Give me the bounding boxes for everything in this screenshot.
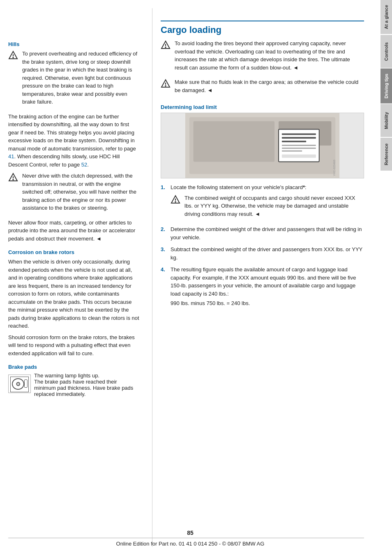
svg-rect-13 <box>282 133 316 135</box>
svg-point-22 <box>175 201 176 202</box>
list-item-1-text: Locate the following statement on your v… <box>171 183 364 192</box>
warning-triangle-icon-4 <box>161 79 172 90</box>
numbered-list: 1. Locate the following statement on you… <box>161 183 364 308</box>
page-link-41[interactable]: 41 <box>8 153 14 160</box>
brake-pads-text1: The warning lamp lights up. <box>34 372 140 379</box>
list-content-3: Subtract the combined weight of the driv… <box>171 245 364 261</box>
page-link-52[interactable]: 52 <box>81 162 87 168</box>
tab-driving-tips[interactable]: Driving tips <box>380 69 392 104</box>
hills-heading: Hills <box>8 41 140 47</box>
svg-rect-19 <box>282 155 316 158</box>
determining-load-limit-heading: Determining load limit <box>161 104 364 110</box>
warning-triangle-icon <box>8 51 20 62</box>
list-item-2: 2. Determine the combined weight of the … <box>161 225 364 241</box>
cargo-heading: Cargo loading <box>161 21 364 35</box>
list-content-1: Locate the following statement on your v… <box>171 183 364 221</box>
tab-controls[interactable]: Controls <box>380 35 392 68</box>
corrosion-heading: Corrosion on brake rotors <box>8 249 140 255</box>
tab-at-a-glance[interactable]: At a glance <box>380 0 392 34</box>
cargo-warning2: Make sure that no fluids leak in the car… <box>175 78 364 94</box>
corrosion-body1: When the vehicle is driven only occasion… <box>8 258 140 330</box>
right-column: Cargo loading To avoid loading the tires… <box>157 8 364 547</box>
svg-rect-18 <box>282 150 302 152</box>
hills-warning-block-2: Never drive with the clutch depressed, w… <box>8 172 140 215</box>
svg-point-5 <box>165 47 166 48</box>
main-content: Hills To prevent overheating and reduced… <box>0 0 380 555</box>
cargo-warning1: To avoid loading the tires beyond their … <box>175 39 364 72</box>
tab-reference[interactable]: Reference <box>380 138 392 171</box>
svg-rect-17 <box>282 148 316 149</box>
hills-warning2: Never drive with the clutch depressed, w… <box>22 172 140 212</box>
list-item-1: 1. Locate the following statement on you… <box>161 183 364 221</box>
load-limit-svg: VVC-023486 <box>161 113 364 178</box>
svg-point-3 <box>13 179 14 180</box>
list-item-1-sub-warning: The combined weight of occupants and car… <box>184 194 364 218</box>
list-item-4-extra: 990 lbs. minus 750 lbs. = 240 lbs. <box>171 299 364 308</box>
list-item-1-warning: The combined weight of occupants and car… <box>171 194 364 218</box>
hills-warning-text: To prevent overheating and reduced effic… <box>22 50 140 106</box>
brake-pad-icon-area: ⚙ The warning lamp lights up. The brake … <box>8 372 140 397</box>
corrosion-body2: Should corrosion form on the brake rotor… <box>8 333 140 358</box>
warning-triangle-icon-3 <box>161 40 172 52</box>
brake-pads-heading: Brake pads <box>8 364 140 370</box>
load-limit-image: VVC-023486 <box>161 113 364 178</box>
svg-rect-16 <box>282 145 316 146</box>
list-item-3-text: Subtract the combined weight of the driv… <box>171 245 364 261</box>
svg-text:VVC-023486: VVC-023486 <box>333 160 336 176</box>
brake-pads-text-block: The warning lamp lights up. The brake pa… <box>34 372 140 397</box>
list-item-3: 3. Subtract the combined weight of the d… <box>161 245 364 261</box>
list-item-4: 4. The resulting figure equals the avail… <box>161 266 364 308</box>
list-content-4: The resulting figure equals the availabl… <box>171 266 364 308</box>
asterisk-1: * <box>303 184 305 190</box>
cargo-warning-block-2: Make sure that no fluids leak in the car… <box>161 78 364 97</box>
sidebar-tabs: At a glance Controls Driving tips Mobili… <box>380 0 392 555</box>
hills-warning-block: To prevent overheating and reduced effic… <box>8 50 140 109</box>
list-num-3: 3. <box>161 245 169 254</box>
svg-point-7 <box>165 86 166 86</box>
list-item-2-text: Determine the combined weight of the dri… <box>171 225 364 241</box>
left-column: Hills To prevent overheating and reduced… <box>8 8 148 547</box>
footer: 85 Online Edition for Part no. 01 41 0 0… <box>0 530 380 547</box>
brake-pad-icon: ⚙ <box>8 375 31 393</box>
svg-rect-15 <box>282 141 306 142</box>
list-item-4-text: The resulting figure equals the availabl… <box>171 266 364 298</box>
column-separator <box>152 8 152 547</box>
hills-body2: Never allow floor mats, carpeting, or ot… <box>8 219 140 243</box>
copyright-text: Online Edition for Part no. 01 41 0 014 … <box>0 541 380 547</box>
tab-mobility[interactable]: Mobility <box>380 104 392 137</box>
list-content-2: Determine the combined weight of the dri… <box>171 225 364 241</box>
svg-rect-14 <box>282 137 316 139</box>
svg-point-1 <box>13 57 14 58</box>
list-num-4: 4. <box>161 266 169 274</box>
cargo-warning-block-1: To avoid loading the tires beyond their … <box>161 39 364 75</box>
page-number: 85 <box>0 530 380 536</box>
warning-triangle-icon-2 <box>8 173 20 184</box>
list-num-2: 2. <box>161 225 169 234</box>
list-num-1: 1. <box>161 183 169 192</box>
warning-triangle-icon-5 <box>171 195 182 206</box>
svg-rect-10 <box>194 121 275 162</box>
brake-pads-text2: The brake pads have reached their minimu… <box>34 379 140 397</box>
hills-body1: The braking action of the engine can be … <box>8 113 140 169</box>
